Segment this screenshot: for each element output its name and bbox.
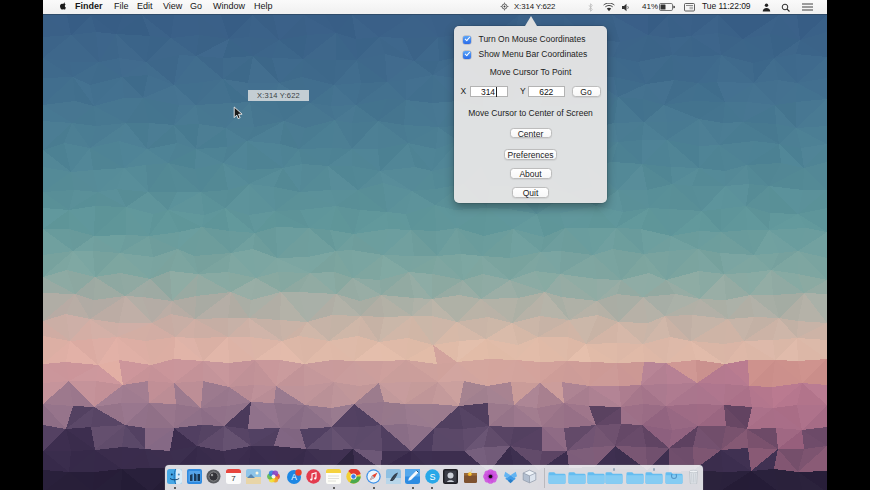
svg-text:S: S bbox=[429, 472, 435, 482]
svg-text:7: 7 bbox=[231, 473, 236, 482]
